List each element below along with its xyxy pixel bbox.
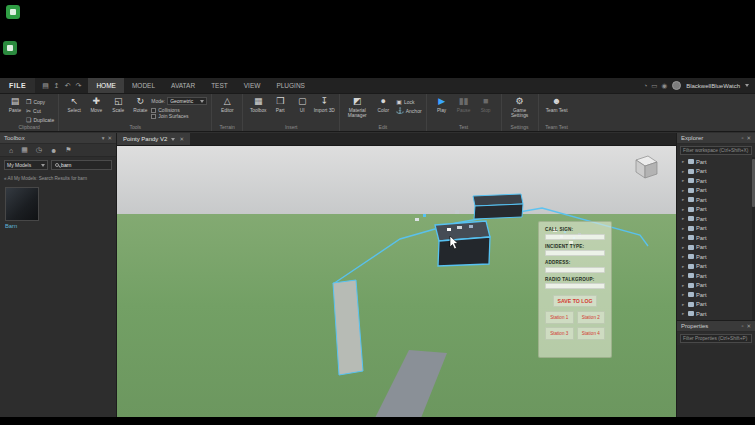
part-button[interactable]: ❒ Part xyxy=(269,96,291,123)
tree-row[interactable]: ▸ Part xyxy=(677,233,755,243)
view-selector-icon[interactable] xyxy=(636,156,657,178)
toolbox-result-item[interactable]: Barn xyxy=(5,187,43,229)
chevron-right-icon[interactable]: ▸ xyxy=(682,178,686,183)
play-button[interactable]: ▶ Play xyxy=(431,96,453,123)
overlay-field-input[interactable] xyxy=(545,234,605,240)
pause-button[interactable]: ▮▮ Pause xyxy=(453,96,475,123)
scale-tool-button[interactable]: ◱ Scale xyxy=(107,96,129,123)
tree-row[interactable]: ▸ Part xyxy=(677,243,755,253)
join-surfaces-checkbox[interactable]: Join Surfaces xyxy=(151,113,207,119)
close-icon[interactable]: ✕ xyxy=(746,323,751,329)
chevron-right-icon[interactable]: ▸ xyxy=(682,264,686,269)
selected-building[interactable] xyxy=(435,221,490,266)
tab-plugins[interactable]: PLUGINS xyxy=(268,78,313,93)
save-icon[interactable]: ▤ xyxy=(42,78,49,94)
os-shortcut-icon[interactable] xyxy=(6,5,20,19)
tree-row[interactable]: ▸ Part xyxy=(677,195,755,205)
creations-icon[interactable]: ☻ xyxy=(50,147,57,154)
road[interactable] xyxy=(375,350,447,417)
terrain-editor-button[interactable]: △ Editor xyxy=(216,96,238,123)
copy-button[interactable]: ❐ Copy xyxy=(26,98,54,105)
toolbox-button[interactable]: ▦ Toolbox xyxy=(247,96,269,123)
stop-button[interactable]: ■ Stop xyxy=(475,96,497,123)
tab-avatar[interactable]: AVATAR xyxy=(163,78,203,93)
tree-row[interactable]: ▸ Part xyxy=(677,271,755,281)
chevron-right-icon[interactable]: ▸ xyxy=(682,283,686,288)
close-icon[interactable]: ✕ xyxy=(179,136,184,142)
tree-row[interactable]: ▸ Part xyxy=(677,252,755,262)
plugins-icon[interactable]: ⚑ xyxy=(65,146,71,154)
station-4-button[interactable]: Station 4 xyxy=(577,327,606,340)
file-menu-button[interactable]: FILE xyxy=(0,78,35,93)
explorer-filter-input[interactable]: Filter workspace (Ctrl+Shift+X) xyxy=(680,146,752,155)
overlay-field-input[interactable] xyxy=(545,283,605,289)
chevron-right-icon[interactable]: ▸ xyxy=(682,216,686,221)
select-tool-button[interactable]: ↖ Select xyxy=(63,96,85,123)
currency-icon[interactable]: ◉ xyxy=(662,82,668,90)
chevron-right-icon[interactable]: ▸ xyxy=(682,292,686,297)
chevron-right-icon[interactable]: ▸ xyxy=(682,226,686,231)
tree-row[interactable]: ▸ Part xyxy=(677,167,755,177)
tree-row[interactable]: ▸ Part xyxy=(677,176,755,186)
pin-icon[interactable]: ▾ xyxy=(102,135,105,141)
cut-button[interactable]: ✂ Cut xyxy=(26,107,54,114)
tab-view[interactable]: VIEW xyxy=(236,78,269,93)
rotate-tool-button[interactable]: ↻ Rotate xyxy=(129,96,151,123)
account-chevron-down-icon[interactable] xyxy=(745,84,749,87)
close-icon[interactable]: ✕ xyxy=(107,135,112,141)
avatar[interactable] xyxy=(672,81,681,90)
tree-row[interactable]: ▸ Part xyxy=(677,290,755,300)
import-3d-button[interactable]: ↧ Import 3D xyxy=(313,96,335,123)
station-1-button[interactable]: Station 1 xyxy=(545,311,574,324)
tab-model[interactable]: MODEL xyxy=(124,78,163,93)
chevron-right-icon[interactable]: ▸ xyxy=(682,188,686,193)
chat-icon[interactable]: ▭ xyxy=(651,82,657,90)
duplicate-button[interactable]: ❏ Duplicate xyxy=(26,116,54,123)
chevron-right-icon[interactable]: ▸ xyxy=(682,159,686,164)
tree-row[interactable]: ▸ Part xyxy=(677,186,755,196)
tab-home[interactable]: HOME xyxy=(88,78,124,93)
inventory-icon[interactable]: ▦ xyxy=(21,146,28,154)
account-name[interactable]: BlackwellBlueWatch xyxy=(686,83,740,89)
tree-row[interactable]: ▸ Part xyxy=(677,214,755,224)
tree-row[interactable]: ▸ Part xyxy=(677,224,755,234)
popout-icon[interactable]: ▫ xyxy=(741,323,743,329)
tab-test[interactable]: TEST xyxy=(203,78,236,93)
chevron-right-icon[interactable]: ▸ xyxy=(682,302,686,307)
chevron-right-icon[interactable]: ▸ xyxy=(682,254,686,259)
redo-icon[interactable]: ↷ xyxy=(76,78,82,94)
recent-icon[interactable]: ◷ xyxy=(36,146,42,154)
save-to-log-button[interactable]: SAVE TO LOG xyxy=(553,295,598,307)
game-settings-button[interactable]: ⚙ Game Settings xyxy=(506,96,534,123)
popout-icon[interactable]: ▫ xyxy=(741,135,743,141)
chevron-right-icon[interactable]: ▸ xyxy=(682,245,686,250)
paste-button[interactable]: ▤ Paste xyxy=(4,96,26,123)
move-tool-button[interactable]: ✚ Move xyxy=(85,96,107,123)
undo-icon[interactable]: ↶ xyxy=(65,78,71,94)
place-tab[interactable]: Pointy Pandy V2 ✕ xyxy=(117,133,190,145)
3d-scene[interactable]: CALL SIGN: INCIDENT TYPE: ADDRESS: RADIO… xyxy=(117,146,676,417)
overlay-field-input[interactable] xyxy=(545,250,605,256)
marketplace-icon[interactable]: ⌂ xyxy=(9,147,13,154)
anchor-button[interactable]: ⚓ Anchor xyxy=(396,107,421,114)
chevron-right-icon[interactable]: ▸ xyxy=(682,273,686,278)
notifications-icon[interactable]: ◔ xyxy=(643,82,647,90)
overlay-field-input[interactable] xyxy=(545,267,605,273)
ui-button[interactable]: ▢ UI xyxy=(291,96,313,123)
publish-icon[interactable]: ↥ xyxy=(54,78,60,94)
station-2-button[interactable]: Station 2 xyxy=(577,311,606,324)
model-thumbnail[interactable] xyxy=(5,187,39,221)
wall-part[interactable] xyxy=(333,280,363,375)
chevron-down-icon[interactable] xyxy=(171,138,175,141)
material-manager-button[interactable]: ◩ Material Manager xyxy=(344,96,370,123)
toolbox-search-input[interactable]: barn xyxy=(51,160,112,170)
chevron-right-icon[interactable]: ▸ xyxy=(682,197,686,202)
tree-row[interactable]: ▸ Part xyxy=(677,300,755,310)
tree-row[interactable]: ▸ Part xyxy=(677,309,755,319)
color-button[interactable]: ● Color xyxy=(370,96,396,123)
station-3-button[interactable]: Station 3 xyxy=(545,327,574,340)
back-building[interactable] xyxy=(473,194,523,219)
chevron-right-icon[interactable]: ▸ xyxy=(682,235,686,240)
tree-row[interactable]: ▸ Part xyxy=(677,262,755,272)
chevron-right-icon[interactable]: ▸ xyxy=(682,207,686,212)
